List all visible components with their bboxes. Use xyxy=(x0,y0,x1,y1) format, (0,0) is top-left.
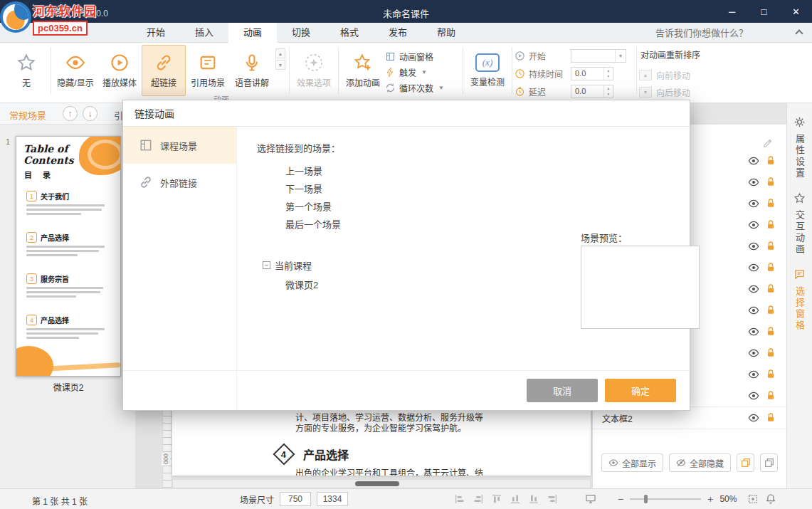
step-down-icon[interactable]: ▼ xyxy=(604,91,613,98)
gallery-scroll-up-icon[interactable]: ▲ xyxy=(275,48,285,58)
bell-icon[interactable] xyxy=(765,493,776,505)
step-up-icon[interactable]: ▲ xyxy=(604,68,613,74)
visibility-eye-icon[interactable] xyxy=(748,241,759,252)
tab-publish[interactable]: 发布 xyxy=(374,23,422,43)
lock-icon[interactable] xyxy=(765,155,776,167)
move-scene-up-button[interactable]: ↑ xyxy=(63,106,78,121)
visibility-eye-icon[interactable] xyxy=(748,177,759,188)
visibility-eye-icon[interactable] xyxy=(748,262,759,273)
lock-icon[interactable] xyxy=(765,219,776,231)
visibility-eye-icon[interactable] xyxy=(748,369,759,380)
align-left-icon[interactable] xyxy=(454,493,465,505)
animation-none-button[interactable]: 无 xyxy=(4,45,48,96)
duration-stepper[interactable]: 0.0 ▲▼ xyxy=(571,67,613,80)
lock-icon[interactable] xyxy=(765,390,776,402)
gallery-scroll-down-icon[interactable]: ▼ xyxy=(275,60,285,70)
sidebar-item-interaction[interactable]: 交互动画 xyxy=(787,192,812,256)
scene-height-input[interactable] xyxy=(317,492,348,506)
search-input[interactable] xyxy=(655,25,784,41)
hide-show-button[interactable]: 隐藏/显示 xyxy=(53,45,97,96)
zoom-in-button[interactable]: + xyxy=(707,493,713,505)
slide-thumbnail[interactable]: Table ofContents 目 录 1关于我们 2产品选择 3服务宗旨 4… xyxy=(16,136,121,377)
trigger-button[interactable]: 触发 ▼ xyxy=(385,65,460,78)
horizontal-scrollbar[interactable]: ▼ xyxy=(172,479,591,488)
delay-stepper[interactable]: 0.0 ▲▼ xyxy=(571,85,613,98)
bring-forward-button[interactable] xyxy=(737,453,754,472)
pencil-icon[interactable] xyxy=(762,137,774,149)
align-center-icon[interactable] xyxy=(473,493,484,505)
scrollbar-thumb[interactable] xyxy=(355,481,399,486)
tab-transition[interactable]: 切换 xyxy=(277,23,325,43)
close-button[interactable]: ✕ xyxy=(780,0,812,23)
visibility-eye-icon[interactable] xyxy=(748,305,759,316)
show-all-button[interactable]: 全部显示 xyxy=(601,453,663,472)
dialog-footer: 取消 确定 xyxy=(123,370,690,410)
lock-icon[interactable] xyxy=(765,412,776,424)
tab-insert[interactable]: 插入 xyxy=(180,23,228,43)
start-mode-select[interactable]: ▼ xyxy=(571,49,626,63)
tab-animation[interactable]: 动画 xyxy=(228,23,277,43)
lock-icon[interactable] xyxy=(765,283,776,295)
fit-screen-icon[interactable] xyxy=(747,493,759,505)
visibility-eye-icon[interactable] xyxy=(748,283,759,295)
visibility-eye-icon[interactable] xyxy=(748,347,759,359)
tree-node-current-course[interactable]: − 当前课程 xyxy=(263,258,318,272)
hyperlink-button[interactable]: 超链接 xyxy=(142,45,186,96)
toc-item: 4产品选择 xyxy=(26,315,112,341)
ok-button[interactable]: 确定 xyxy=(605,379,676,402)
animation-pane-button[interactable]: 动画窗格 xyxy=(385,50,460,63)
lock-icon[interactable] xyxy=(765,326,776,337)
add-animation-button[interactable]: 添加动画 xyxy=(341,45,385,96)
option-next-scene[interactable]: 下一场景 xyxy=(285,180,341,198)
voice-narration-button[interactable]: 语音讲解 xyxy=(230,45,274,96)
tab-format[interactable]: 格式 xyxy=(325,23,374,43)
zoom-slider[interactable] xyxy=(630,498,701,500)
tab-help[interactable]: 帮助 xyxy=(422,23,470,43)
collapse-ribbon-icon[interactable] xyxy=(795,29,803,37)
visibility-eye-icon[interactable] xyxy=(748,390,759,402)
option-previous-scene[interactable]: 上一场景 xyxy=(285,162,341,180)
lock-icon[interactable] xyxy=(765,262,776,273)
tab-regular-scenes[interactable]: 常规场景 xyxy=(9,108,46,122)
move-scene-down-button[interactable]: ↓ xyxy=(83,106,97,121)
loop-count-button[interactable]: 循环次数 ▼ xyxy=(385,81,460,94)
play-media-button[interactable]: 播放媒体 xyxy=(97,45,142,96)
send-backward-button[interactable] xyxy=(760,453,778,472)
lock-icon[interactable] xyxy=(765,347,776,359)
lock-icon[interactable] xyxy=(765,198,776,209)
align-right-icon[interactable] xyxy=(491,493,502,505)
maximize-button[interactable]: □ xyxy=(748,0,780,23)
step-up-icon[interactable]: ▲ xyxy=(604,85,613,92)
lock-icon[interactable] xyxy=(765,241,776,252)
visibility-eye-icon[interactable] xyxy=(748,198,759,209)
visibility-eye-icon[interactable] xyxy=(748,155,759,167)
tree-node-scene-page[interactable]: 微课页2 xyxy=(285,278,318,291)
lock-icon[interactable] xyxy=(765,369,776,380)
scene-width-input[interactable] xyxy=(280,492,311,506)
zoom-slider-handle[interactable] xyxy=(644,495,648,503)
step-down-icon[interactable]: ▼ xyxy=(604,73,613,80)
align-bottom-icon[interactable] xyxy=(547,493,558,505)
visibility-eye-icon[interactable] xyxy=(748,326,759,337)
nav-item-course-scene[interactable]: 课程场景 xyxy=(123,127,236,164)
minimize-button[interactable]: ─ xyxy=(716,0,748,23)
sidebar-item-selection-pane[interactable]: 选择窗格 xyxy=(787,268,812,332)
align-top-icon[interactable] xyxy=(510,493,521,505)
option-first-scene[interactable]: 第一个场景 xyxy=(285,198,341,216)
tab-start[interactable]: 开始 xyxy=(132,23,180,43)
reference-scene-button[interactable]: 引用场景 xyxy=(186,45,230,96)
visibility-eye-icon[interactable] xyxy=(748,412,759,424)
nav-item-external-link[interactable]: 外部链接 xyxy=(123,164,236,201)
lock-icon[interactable] xyxy=(765,305,776,316)
hide-all-button[interactable]: 全部隐藏 xyxy=(669,453,731,472)
variable-check-button[interactable]: (x) 变量检测 xyxy=(465,45,510,96)
preview-monitor-icon[interactable] xyxy=(585,493,596,505)
lock-icon[interactable] xyxy=(765,177,776,188)
visibility-eye-icon[interactable] xyxy=(748,219,759,231)
option-last-scene[interactable]: 最后一个场景 xyxy=(285,216,341,233)
align-middle-icon[interactable] xyxy=(528,493,539,505)
tree-collapse-icon[interactable]: − xyxy=(263,261,270,269)
zoom-out-button[interactable]: − xyxy=(618,493,623,505)
cancel-button[interactable]: 取消 xyxy=(527,379,598,402)
sidebar-item-properties[interactable]: 属性设置 xyxy=(787,116,812,179)
